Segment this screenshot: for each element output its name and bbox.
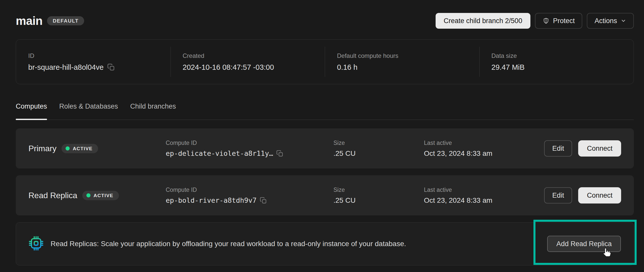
size-label: Size <box>333 186 424 193</box>
last-active-label: Last active <box>424 186 544 193</box>
compute-id-value: ep-delicate-violet-a8r11y… <box>166 149 273 157</box>
info-field-data-size: Data size 29.47 MiB <box>479 40 634 84</box>
branch-id-value: br-square-hill-a8ol04ve <box>28 63 104 72</box>
size-value: .25 CU <box>333 196 424 205</box>
default-badge: DEFAULT <box>47 16 84 25</box>
tab-roles-databases[interactable]: Roles & Databases <box>59 103 118 120</box>
field-label: Data size <box>492 52 634 59</box>
branch-header: main DEFAULT Create child branch 2/500 P… <box>16 13 634 29</box>
field-label: Created <box>183 52 325 59</box>
page-title: main <box>16 14 42 28</box>
read-replica-banner: Read Replicas: Scale your application by… <box>16 222 634 265</box>
status-label: ACTIVE <box>94 193 113 198</box>
size-value: .25 CU <box>333 149 424 158</box>
info-field-compute-hours: Default compute hours 0.16 h <box>325 40 479 84</box>
create-child-branch-button[interactable]: Create child branch 2/500 <box>436 13 530 29</box>
header-actions: Create child branch 2/500 Protect Action… <box>436 13 634 29</box>
chevron-down-icon <box>621 18 626 24</box>
tab-computes[interactable]: Computes <box>16 103 47 120</box>
tab-bar: Computes Roles & Databases Child branche… <box>16 103 634 120</box>
connect-button[interactable]: Connect <box>578 140 621 157</box>
size-label: Size <box>333 140 424 146</box>
info-field-created: Created 2024-10-16 08:47:57 -03:00 <box>171 40 325 84</box>
status-badge: ACTIVE <box>82 191 119 200</box>
read-replica-description: Read Replicas: Scale your application by… <box>51 240 547 248</box>
actions-button[interactable]: Actions <box>587 13 634 29</box>
protect-button[interactable]: Protect <box>535 13 582 29</box>
last-active-label: Last active <box>424 140 544 146</box>
edit-button[interactable]: Edit <box>544 140 572 157</box>
info-field-id: ID br-square-hill-a8ol04ve <box>16 40 171 84</box>
copy-compute-id-button[interactable] <box>276 150 283 157</box>
field-label: Default compute hours <box>337 52 479 59</box>
branch-info-card: ID br-square-hill-a8ol04ve Created 2024-… <box>16 39 634 84</box>
add-read-replica-button[interactable]: Add Read Replica <box>547 236 621 252</box>
cpu-chip-icon <box>29 236 43 252</box>
compute-name: Primary <box>28 144 56 153</box>
compute-hours-value: 0.16 h <box>337 63 479 72</box>
shield-icon <box>543 18 549 24</box>
compute-name: Read Replica <box>28 191 77 200</box>
computes-list: Primary ACTIVE Compute ID ep-delicate-vi… <box>16 128 634 265</box>
compute-id-label: Compute ID <box>166 140 333 146</box>
status-badge: ACTIVE <box>62 144 98 153</box>
last-active-value: Oct 23, 2024 8:33 am <box>424 149 544 158</box>
actions-button-label: Actions <box>594 17 617 25</box>
created-value: 2024-10-16 08:47:57 -03:00 <box>183 63 325 72</box>
branch-title-group: main DEFAULT <box>16 14 84 28</box>
compute-id-value: ep-bold-river-a8tdh9v7 <box>166 196 257 204</box>
branch-page: main DEFAULT Create child branch 2/500 P… <box>0 13 644 265</box>
field-label: ID <box>28 52 171 59</box>
last-active-value: Oct 23, 2024 8:33 am <box>424 196 544 205</box>
compute-row-read-replica: Read Replica ACTIVE Compute ID ep-bold-r… <box>16 175 634 215</box>
copy-branch-id-button[interactable] <box>107 63 115 71</box>
status-label: ACTIVE <box>73 146 93 151</box>
connect-button[interactable]: Connect <box>578 187 621 203</box>
status-dot-icon <box>86 193 90 197</box>
compute-id-label: Compute ID <box>166 186 333 193</box>
edit-button[interactable]: Edit <box>544 187 572 203</box>
compute-row-primary: Primary ACTIVE Compute ID ep-delicate-vi… <box>16 128 634 168</box>
protect-button-label: Protect <box>553 17 575 25</box>
copy-compute-id-button[interactable] <box>260 197 267 204</box>
status-dot-icon <box>66 146 70 150</box>
data-size-value: 29.47 MiB <box>492 63 634 72</box>
tab-child-branches[interactable]: Child branches <box>130 103 176 120</box>
